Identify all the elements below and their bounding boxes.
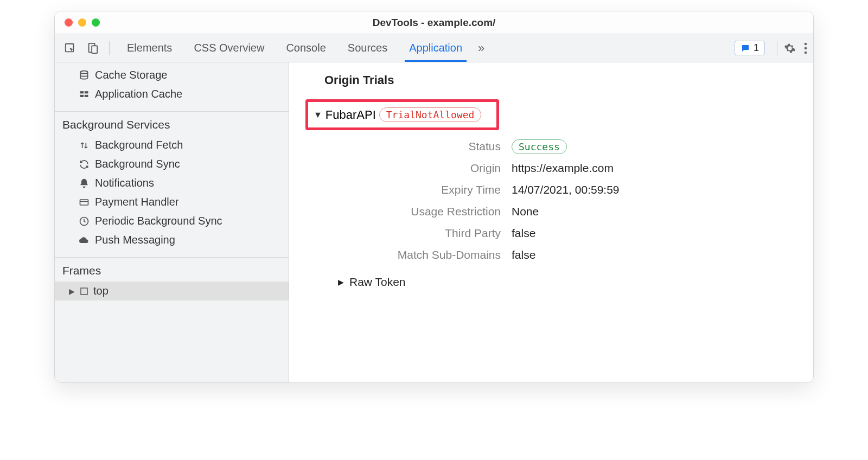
devtools-window: DevTools - example.com/ Elements CSS Ove…	[54, 11, 814, 383]
sidebar-item-label: Push Messaging	[95, 234, 175, 246]
raw-token-label: Raw Token	[349, 276, 406, 289]
device-toggle-icon[interactable]	[83, 42, 103, 54]
sidebar-item-label: Periodic Background Sync	[95, 215, 222, 227]
detail-value-third-party: false	[512, 227, 813, 240]
svg-point-3	[805, 42, 807, 45]
separator	[777, 41, 777, 55]
more-tabs-icon[interactable]: »	[473, 34, 489, 62]
application-sidebar: Cache Storage Application Cache Backgrou…	[55, 62, 289, 382]
detail-label-expiry: Expiry Time	[338, 183, 501, 196]
sidebar-item-label: Payment Handler	[95, 196, 179, 208]
sidebar-item-label: Notifications	[95, 177, 154, 189]
close-icon[interactable]	[65, 18, 73, 27]
chevron-right-icon: ▶	[69, 287, 75, 296]
svg-rect-10	[85, 94, 88, 97]
bell-icon	[79, 178, 90, 189]
detail-label-subdomains: Match Sub-Domains	[338, 248, 501, 261]
card-icon	[79, 197, 90, 208]
sidebar-item-application-cache[interactable]: Application Cache	[55, 85, 289, 104]
sidebar-item-payment-handler[interactable]: Payment Handler	[55, 193, 289, 212]
sidebar-item-notifications[interactable]: Notifications	[55, 174, 289, 193]
updown-icon	[79, 140, 90, 151]
origin-trials-panel: Origin Trials ▼ FubarAPI TrialNotAllowed…	[289, 62, 813, 382]
detail-label-third-party: Third Party	[338, 227, 501, 240]
detail-label-origin: Origin	[338, 162, 501, 175]
titlebar: DevTools - example.com/	[55, 11, 813, 34]
frames-item-label: top	[93, 285, 108, 297]
inspect-icon[interactable]	[60, 42, 80, 54]
main-toolbar: Elements CSS Overview Console Sources Ap…	[55, 34, 813, 62]
traffic-lights	[55, 18, 100, 27]
sidebar-item-label: Application Cache	[95, 88, 182, 100]
detail-value-subdomains: false	[512, 248, 813, 261]
svg-rect-11	[80, 200, 88, 205]
panel-tabs: Elements CSS Overview Console Sources Ap…	[116, 34, 489, 62]
kebab-menu-icon[interactable]	[803, 42, 808, 54]
status-badge: Success	[512, 139, 567, 154]
panel-heading: Origin Trials	[324, 73, 813, 87]
svg-point-6	[80, 71, 87, 73]
tab-elements[interactable]: Elements	[116, 34, 183, 62]
frames-item-top[interactable]: ▶ top	[55, 282, 289, 301]
sidebar-item-periodic-background-sync[interactable]: Periodic Background Sync	[55, 212, 289, 231]
trial-row[interactable]: ▼ FubarAPI TrialNotAllowed	[314, 107, 481, 122]
grid-icon	[79, 89, 90, 100]
svg-rect-7	[80, 91, 84, 93]
sync-icon	[79, 159, 90, 170]
trial-details: Status Success Origin https://example.co…	[338, 140, 813, 261]
settings-icon[interactable]	[784, 42, 796, 54]
sidebar-header-background-services: Background Services	[55, 111, 289, 136]
svg-rect-0	[66, 43, 74, 52]
detail-value-origin: https://example.com	[512, 162, 813, 175]
svg-point-4	[805, 47, 807, 49]
window-title: DevTools - example.com/	[55, 17, 813, 29]
sidebar-item-push-messaging[interactable]: Push Messaging	[55, 231, 289, 250]
minimize-icon[interactable]	[78, 18, 86, 27]
sidebar-header-frames: Frames	[55, 257, 289, 282]
chevron-down-icon: ▼	[314, 110, 322, 120]
sidebar-item-label: Cache Storage	[95, 69, 167, 81]
tab-sources[interactable]: Sources	[337, 34, 398, 62]
detail-value-expiry: 14/07/2021, 00:59:59	[512, 183, 813, 196]
sidebar-item-background-fetch[interactable]: Background Fetch	[55, 136, 289, 155]
detail-label-usage: Usage Restriction	[338, 205, 501, 218]
trial-name: FubarAPI	[326, 108, 376, 122]
clock-icon	[79, 216, 90, 227]
issues-badge[interactable]: 1	[735, 41, 765, 55]
svg-rect-9	[80, 94, 84, 97]
tab-application[interactable]: Application	[398, 34, 473, 62]
database-icon	[79, 70, 90, 81]
chevron-right-icon: ▶	[338, 278, 344, 286]
issues-count: 1	[754, 42, 759, 54]
trial-status-badge: TrialNotAllowed	[379, 107, 482, 122]
highlight-box: ▼ FubarAPI TrialNotAllowed	[305, 99, 499, 130]
separator	[109, 41, 110, 55]
frame-icon	[79, 286, 89, 296]
svg-rect-2	[92, 46, 97, 53]
sidebar-item-cache-storage[interactable]: Cache Storage	[55, 66, 289, 85]
tab-css-overview[interactable]: CSS Overview	[183, 34, 275, 62]
cloud-icon	[79, 235, 90, 246]
svg-point-5	[805, 51, 807, 54]
svg-rect-8	[85, 91, 88, 93]
detail-value-status: Success	[512, 140, 813, 153]
detail-label-status: Status	[338, 140, 501, 153]
zoom-icon[interactable]	[92, 18, 100, 27]
svg-rect-13	[81, 288, 87, 295]
detail-value-usage: None	[512, 205, 813, 218]
raw-token-toggle[interactable]: ▶ Raw Token	[338, 276, 813, 289]
sidebar-item-label: Background Fetch	[95, 139, 183, 151]
panel-body: Cache Storage Application Cache Backgrou…	[55, 62, 813, 382]
sidebar-item-label: Background Sync	[95, 158, 180, 170]
sidebar-item-background-sync[interactable]: Background Sync	[55, 155, 289, 174]
tab-console[interactable]: Console	[275, 34, 336, 62]
